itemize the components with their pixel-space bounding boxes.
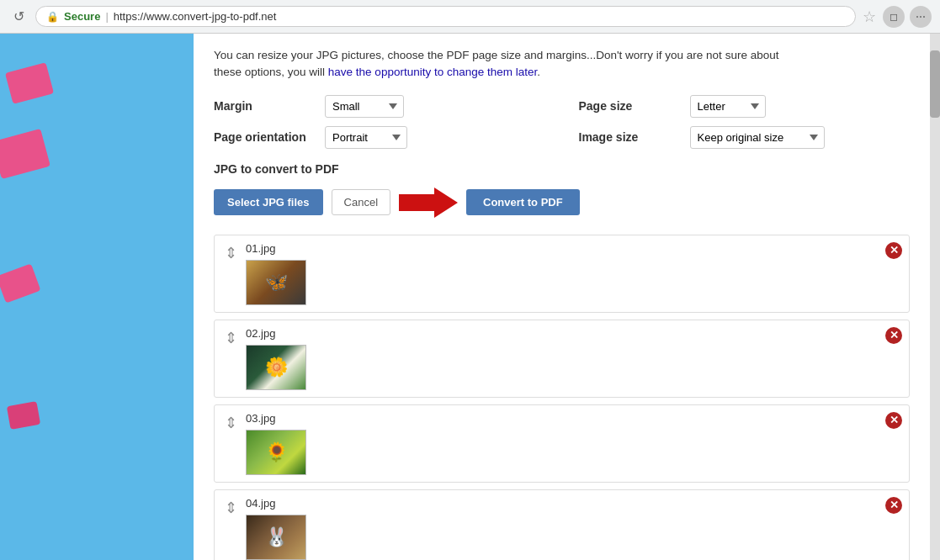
decorative-shape-3 <box>0 264 40 304</box>
section-title: JPG to convert to PDF <box>214 162 910 176</box>
arrow-indicator <box>399 186 458 219</box>
thumb-image: 🦋 <box>247 261 305 304</box>
page-orientation-label: Page orientation <box>214 130 315 144</box>
drag-handle[interactable]: ⇕ <box>225 329 237 347</box>
remove-file-button[interactable]: ✕ <box>885 412 902 429</box>
file-thumbnail: 🦋 <box>246 260 306 305</box>
red-arrow-icon <box>399 186 458 219</box>
change-later-link[interactable]: have the opportunity to change them late… <box>328 66 537 78</box>
extensions-icon[interactable]: ◻ <box>883 6 905 28</box>
buttons-row: Select JPG files Cancel Convert to PDF <box>214 186 910 219</box>
remove-file-button[interactable]: ✕ <box>885 327 902 344</box>
margin-select[interactable]: No margin Small Big <box>325 95 404 118</box>
intro-text-3: . <box>537 66 540 78</box>
intro-text-1: You can resize your JPG pictures, choose… <box>214 49 778 61</box>
drag-handle[interactable]: ⇕ <box>225 414 237 432</box>
decorative-shape-2 <box>0 129 50 179</box>
main-content: You can resize your JPG pictures, choose… <box>194 34 930 560</box>
page-size-select[interactable]: Letter A4 A3 Legal <box>690 95 766 118</box>
convert-to-pdf-button[interactable]: Convert to PDF <box>466 189 580 215</box>
bookmark-star-icon[interactable]: ☆ <box>863 8 876 26</box>
separator: | <box>105 10 108 23</box>
decorative-shape-1 <box>5 62 54 104</box>
page-orientation-row: Page orientation Portrait Landscape <box>214 126 545 149</box>
drag-handle[interactable]: ⇕ <box>225 244 237 262</box>
browser-back-button[interactable]: ↺ <box>8 7 29 27</box>
page-size-row: Page size Letter A4 A3 Legal <box>579 95 911 118</box>
file-name: 02.jpg <box>246 327 899 340</box>
thumb-image: 🐰 <box>247 515 305 559</box>
file-item: ⇕ 01.jpg 🦋 ✕ <box>214 235 910 313</box>
scrollbar[interactable] <box>930 34 940 560</box>
page-orientation-select[interactable]: Portrait Landscape <box>325 126 407 149</box>
lock-icon: 🔒 <box>46 11 59 23</box>
margin-row: Margin No margin Small Big <box>214 95 545 118</box>
intro-paragraph: You can resize your JPG pictures, choose… <box>214 47 910 82</box>
margin-label: Margin <box>214 99 315 113</box>
file-list: ⇕ 01.jpg 🦋 ✕ ⇕ 02.jpg 🌼 <box>214 235 910 561</box>
drag-arrows-icon: ⇕ <box>225 244 237 262</box>
address-bar[interactable]: 🔒 Secure | https://www.convert-jpg-to-pd… <box>35 6 856 27</box>
page-size-label: Page size <box>579 99 680 113</box>
drag-arrows-icon: ⇕ <box>225 329 237 347</box>
drag-arrows-icon: ⇕ <box>225 499 237 517</box>
file-item: ⇕ 03.jpg 🌻 ✕ <box>214 404 910 483</box>
menu-icon[interactable]: ⋯ <box>910 6 932 28</box>
file-thumbnail: 🐰 <box>246 515 306 560</box>
file-item: ⇕ 04.jpg 🐰 ✕ <box>214 489 910 561</box>
image-size-select[interactable]: Keep original size Fit page Stretch to p… <box>690 126 825 149</box>
remove-file-button[interactable]: ✕ <box>885 242 902 259</box>
file-thumbnail: 🌼 <box>246 345 306 390</box>
settings-grid: Margin No margin Small Big Page size Let… <box>214 95 910 149</box>
file-info: 04.jpg 🐰 <box>246 497 899 560</box>
cancel-button[interactable]: Cancel <box>332 189 390 215</box>
thumb-image: 🌼 <box>247 346 305 389</box>
image-size-row: Image size Keep original size Fit page S… <box>579 126 911 149</box>
browser-chrome: ↺ 🔒 Secure | https://www.convert-jpg-to-… <box>0 0 940 34</box>
file-name: 04.jpg <box>246 497 899 510</box>
file-name: 01.jpg <box>246 242 899 255</box>
file-info: 02.jpg 🌼 <box>246 327 899 390</box>
decorative-shape-4 <box>7 401 40 430</box>
select-jpg-button[interactable]: Select JPG files <box>214 189 323 215</box>
file-thumbnail: 🌻 <box>246 430 306 475</box>
file-info: 01.jpg 🦋 <box>246 242 899 305</box>
page-wrapper: You can resize your JPG pictures, choose… <box>0 34 940 560</box>
left-sidebar <box>0 34 194 560</box>
refresh-icon: ↺ <box>13 8 24 24</box>
image-size-label: Image size <box>579 130 680 144</box>
scroll-thumb[interactable] <box>930 50 940 118</box>
intro-text-2: these options, you will <box>214 66 328 78</box>
browser-menu-icons: ◻ ⋯ <box>883 6 932 28</box>
svg-marker-0 <box>399 188 458 218</box>
remove-file-button[interactable]: ✕ <box>885 497 902 514</box>
drag-handle[interactable]: ⇕ <box>225 499 237 517</box>
secure-label: Secure <box>64 10 100 23</box>
url-text: https://www.convert-jpg-to-pdf.net <box>114 10 277 23</box>
file-name: 03.jpg <box>246 412 899 425</box>
thumb-image: 🌻 <box>247 431 305 474</box>
file-item: ⇕ 02.jpg 🌼 ✕ <box>214 320 910 398</box>
drag-arrows-icon: ⇕ <box>225 414 237 432</box>
file-info: 03.jpg 🌻 <box>246 412 899 475</box>
